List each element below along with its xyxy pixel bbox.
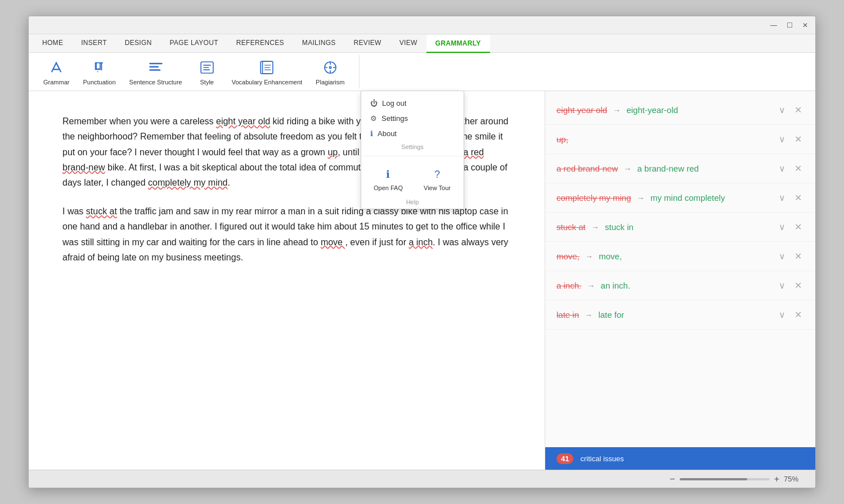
dropdown-help-section: ℹ Open FAQ ? View Tour Help [361,156,464,209]
suggestion-6-actions: ∨ ✕ [776,250,804,263]
suggestion-2-dismiss[interactable]: ✕ [792,133,804,146]
suggestion-1-accept[interactable]: ∨ [776,104,788,116]
about-icon: ℹ [370,129,373,138]
critical-count-badge: 41 [556,453,573,464]
tab-insert[interactable]: INSERT [72,34,116,52]
zoom-slider[interactable] [680,478,770,480]
suggestion-1-arrow: → [613,106,621,115]
suggestion-4-new: my mind completely [650,193,725,202]
zoom-slider-fill [680,478,747,480]
tab-references[interactable]: REFERENCES [227,34,293,52]
settings-icon: ⚙ [370,114,377,123]
settings-item[interactable]: ⚙ Settings [361,111,464,126]
suggestion-6-dismiss[interactable]: ✕ [792,250,804,263]
ribbon-group-tools: Grammar Punctuation [29,55,360,88]
suggestion-6-old: move, [556,251,580,261]
suggestion-5-accept[interactable]: ∨ [776,220,788,233]
tab-grammarly[interactable]: GRAMMARLY [427,35,490,53]
zoom-minus[interactable]: − [670,474,675,484]
grammar-label: Grammar [43,79,69,86]
suggestion-7-dismiss[interactable]: ✕ [792,279,804,292]
error-move: move , [321,237,348,247]
zoom-bar: − + 75% [29,470,815,488]
maximize-button[interactable]: ☐ [784,20,795,31]
ribbon: HOME INSERT DESIGN PAGE LAYOUT REFERENCE… [29,34,815,91]
suggestion-1-new: eight-year-old [626,105,678,115]
vocabulary-button[interactable]: Vocabulary Enhancement [226,55,308,88]
suggestion-3-new: a brand-new red [638,164,699,173]
suggestion-4-old: completely my ming [556,193,631,202]
suggestion-5-dismiss[interactable]: ✕ [792,220,804,233]
suggestion-8-dismiss[interactable]: ✕ [792,308,804,321]
suggestion-4-dismiss[interactable]: ✕ [792,191,804,204]
settings-section-label: Settings [361,141,464,151]
suggestion-6-new: move, [599,251,622,261]
suggestion-2-actions: ∨ ✕ [776,133,804,146]
svg-rect-3 [149,66,159,68]
tab-review[interactable]: REVIEW [345,34,390,52]
suggestion-4: completely my ming → my mind completely … [545,183,815,213]
tab-mailings[interactable]: MAILINGS [293,34,345,52]
suggestion-5-old: stuck at [556,222,586,232]
settings-label: Settings [381,114,408,123]
window-controls: — ☐ ✕ [768,20,811,31]
about-item[interactable]: ℹ About [361,126,464,141]
zoom-plus[interactable]: + [774,474,779,484]
titlebar: — ☐ ✕ [29,16,815,34]
suggestion-4-arrow: → [637,194,645,202]
faq-icon: ℹ [378,165,398,183]
tab-design[interactable]: DESIGN [116,34,161,52]
suggestion-3-accept[interactable]: ∨ [776,162,788,175]
suggestion-7-old: a inch. [556,281,581,290]
suggestion-8-new: late for [598,310,624,320]
error-a-inch: a inch [408,237,433,247]
plagiarism-icon [320,57,340,78]
paragraph-2: I was stuck at the traffic jam and saw i… [62,204,511,265]
suggestion-2-accept[interactable]: ∨ [776,133,788,146]
tab-home[interactable]: HOME [33,34,72,52]
error-eight-year-old: eight year old [216,116,270,126]
error-stuck-at: stuck at [86,206,117,216]
suggestion-5-new: stuck in [605,222,634,232]
suggestion-1-dismiss[interactable]: ✕ [792,104,804,116]
plagiarism-button[interactable]: Plagiarism [310,55,350,88]
dropdown-settings-section: ⏻ Log out ⚙ Settings ℹ About Settings [361,91,464,156]
grammar-button[interactable]: Grammar [38,55,75,88]
suggestion-6-accept[interactable]: ∨ [776,250,788,263]
error-up: up [327,147,338,157]
settings-dropdown: ⏻ Log out ⚙ Settings ℹ About Settings [361,91,464,209]
suggestion-8-text: late in → late for [556,310,772,320]
logout-item[interactable]: ⏻ Log out [361,96,464,111]
close-button[interactable]: ✕ [800,20,811,31]
zoom-control: − + 75% [670,474,804,484]
style-button[interactable]: Style [190,55,224,88]
zoom-value: 75% [784,475,804,483]
sentence-structure-button[interactable]: Sentence Structure [124,55,188,88]
tab-page-layout[interactable]: PAGE LAYOUT [161,34,227,52]
critical-label: critical issues [580,454,623,463]
ribbon-tab-bar: HOME INSERT DESIGN PAGE LAYOUT REFERENCE… [29,34,815,53]
punctuation-button[interactable]: Punctuation [77,55,121,88]
app-window: — ☐ ✕ HOME INSERT DESIGN PAGE LAYOUT REF… [28,16,816,488]
svg-point-15 [329,66,331,68]
suggestion-5-text: stuck at → stuck in [556,222,772,232]
svg-rect-2 [149,63,162,65]
suggestion-1: eight year old → eight-year-old ∨ ✕ [545,96,815,125]
help-section-label: Help [361,196,464,206]
suggestion-3-dismiss[interactable]: ✕ [792,162,804,175]
suggestion-7-accept[interactable]: ∨ [776,279,788,292]
suggestion-8-arrow: → [585,310,592,320]
vocabulary-label: Vocabulary Enhancement [232,79,302,86]
view-tour-button[interactable]: ? View Tour [417,163,457,194]
suggestion-6: move, → move, ∨ ✕ [545,242,815,271]
suggestion-8-accept[interactable]: ∨ [776,308,788,321]
svg-rect-4 [149,69,160,71]
suggestions-list: eight year old → eight-year-old ∨ ✕ up, [545,91,815,447]
suggestion-5: stuck at → stuck in ∨ ✕ [545,213,815,242]
suggestion-3-old: a red brand-new [556,164,618,173]
minimize-button[interactable]: — [768,20,779,31]
suggestion-4-actions: ∨ ✕ [776,191,804,204]
tab-view[interactable]: VIEW [390,34,427,52]
open-faq-button[interactable]: ℹ Open FAQ [368,163,408,194]
suggestion-4-accept[interactable]: ∨ [776,191,788,204]
